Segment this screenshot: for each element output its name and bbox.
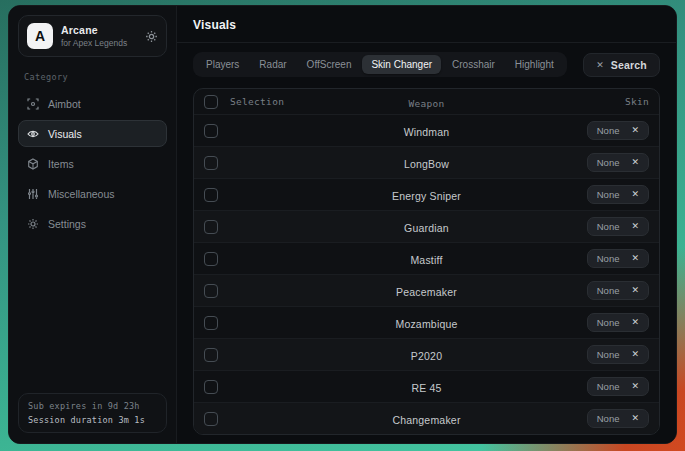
skin-select[interactable]: None ✕ — [587, 185, 649, 204]
sliders-icon — [27, 188, 39, 200]
table-row: Windman None ✕ — [194, 114, 659, 146]
cube-icon — [27, 158, 39, 170]
row-checkbox[interactable] — [204, 156, 218, 170]
clear-skin-button[interactable]: ✕ — [631, 350, 639, 359]
skin-value: None — [597, 125, 620, 136]
clear-skin-button[interactable]: ✕ — [631, 414, 639, 423]
skin-select[interactable]: None ✕ — [587, 377, 649, 396]
search-button-label: Search — [611, 59, 647, 71]
weapon-name: Changemaker — [392, 414, 460, 426]
sidebar-item-aimbot[interactable]: Aimbot — [18, 90, 167, 117]
search-button[interactable]: ✕ Search — [583, 53, 660, 77]
row-checkbox[interactable] — [204, 284, 218, 298]
clear-skin-button[interactable]: ✕ — [631, 318, 639, 327]
app-title: Arcane — [61, 24, 137, 36]
skin-select[interactable]: None ✕ — [587, 249, 649, 268]
tab-players[interactable]: Players — [197, 55, 248, 74]
app-logo: A — [27, 23, 53, 49]
skin-select[interactable]: None ✕ — [587, 409, 649, 428]
table-header-row: Selection Weapon Skin — [194, 89, 659, 114]
clear-skin-button[interactable]: ✕ — [631, 126, 639, 135]
sidebar-item-miscellaneous[interactable]: Miscellaneous — [18, 180, 167, 207]
session-duration-text: Session duration 3m 1s — [28, 415, 157, 425]
sidebar-item-settings[interactable]: Settings — [18, 210, 167, 237]
column-header-weapon: Weapon — [408, 98, 444, 109]
app-subtitle: for Apex Legends — [61, 38, 137, 48]
row-checkbox[interactable] — [204, 188, 218, 202]
weapon-name: RE 45 — [411, 382, 441, 394]
row-checkbox[interactable] — [204, 252, 218, 266]
sidebar-item-visuals[interactable]: Visuals — [18, 120, 167, 147]
column-header-selection: Selection — [230, 96, 284, 107]
sidebar-item-label: Visuals — [48, 128, 82, 140]
table-row: Peacemaker None ✕ — [194, 274, 659, 306]
tab-radar[interactable]: Radar — [250, 55, 295, 74]
weapon-name: LongBow — [404, 158, 449, 170]
table-row: RE 45 None ✕ — [194, 370, 659, 402]
sidebar-item-label: Items — [48, 158, 74, 170]
table-row: Mozambique None ✕ — [194, 306, 659, 338]
clear-skin-button[interactable]: ✕ — [631, 190, 639, 199]
select-all-checkbox[interactable] — [204, 95, 218, 109]
session-card: Sub expires in 9d 23h Session duration 3… — [18, 393, 167, 433]
table-row: P2020 None ✕ — [194, 338, 659, 370]
table-row: Changemaker None ✕ — [194, 402, 659, 434]
skin-value: None — [597, 157, 620, 168]
skin-select[interactable]: None ✕ — [587, 281, 649, 300]
scan-eye-icon — [27, 128, 39, 140]
crosshair-icon — [27, 98, 39, 110]
skin-select[interactable]: None ✕ — [587, 313, 649, 332]
skin-select[interactable]: None ✕ — [587, 217, 649, 236]
skin-value: None — [597, 253, 620, 264]
skin-select[interactable]: None ✕ — [587, 153, 649, 172]
sub-expiry-text: Sub expires in 9d 23h — [28, 401, 157, 411]
clear-skin-button[interactable]: ✕ — [631, 254, 639, 263]
row-checkbox[interactable] — [204, 412, 218, 426]
column-header-skin: Skin — [625, 96, 649, 107]
row-checkbox[interactable] — [204, 380, 218, 394]
skin-value: None — [597, 189, 620, 200]
sidebar-item-items[interactable]: Items — [18, 150, 167, 177]
search-icon: ✕ — [596, 60, 604, 70]
table-row: Mastiff None ✕ — [194, 242, 659, 274]
table-body: Windman None ✕ — [194, 114, 659, 434]
skin-value: None — [597, 413, 620, 424]
gear-icon — [27, 218, 39, 230]
page-title: Visuals — [193, 18, 660, 32]
gear-icon[interactable] — [145, 30, 158, 43]
main-panel: Visuals Players Radar OffScreen Skin Cha… — [177, 6, 676, 443]
tab-skin-changer[interactable]: Skin Changer — [362, 55, 441, 74]
tab-crosshair[interactable]: Crosshair — [443, 55, 504, 74]
table-row: Guardian None ✕ — [194, 210, 659, 242]
app-window: A Arcane for Apex Legends Category — [8, 5, 677, 444]
skin-value: None — [597, 381, 620, 392]
weapon-name: P2020 — [411, 350, 442, 362]
skin-value: None — [597, 285, 620, 296]
weapon-name: Mozambique — [395, 318, 457, 330]
tab-highlight[interactable]: Highlight — [506, 55, 563, 74]
sidebar-nav: Aimbot Visuals Items — [18, 90, 167, 237]
weapon-name: Mastiff — [410, 254, 442, 266]
tab-offscreen[interactable]: OffScreen — [298, 55, 361, 74]
weapon-name: Windman — [404, 126, 450, 138]
brand-card: A Arcane for Apex Legends — [18, 15, 167, 57]
main-header: Visuals — [177, 6, 676, 43]
table-row: LongBow None ✕ — [194, 146, 659, 178]
row-checkbox[interactable] — [204, 124, 218, 138]
skin-select[interactable]: None ✕ — [587, 121, 649, 140]
clear-skin-button[interactable]: ✕ — [631, 286, 639, 295]
clear-skin-button[interactable]: ✕ — [631, 222, 639, 231]
table-row: Energy Sniper None ✕ — [194, 178, 659, 210]
sidebar-item-label: Miscellaneous — [48, 188, 115, 200]
weapon-name: Peacemaker — [396, 286, 457, 298]
tab-bar: Players Radar OffScreen Skin Changer Cro… — [193, 52, 567, 77]
skin-value: None — [597, 349, 620, 360]
skin-select[interactable]: None ✕ — [587, 345, 649, 364]
clear-skin-button[interactable]: ✕ — [631, 158, 639, 167]
row-checkbox[interactable] — [204, 220, 218, 234]
row-checkbox[interactable] — [204, 348, 218, 362]
clear-skin-button[interactable]: ✕ — [631, 382, 639, 391]
weapon-name: Guardian — [404, 222, 449, 234]
row-checkbox[interactable] — [204, 316, 218, 330]
brand-text: Arcane for Apex Legends — [61, 24, 137, 48]
